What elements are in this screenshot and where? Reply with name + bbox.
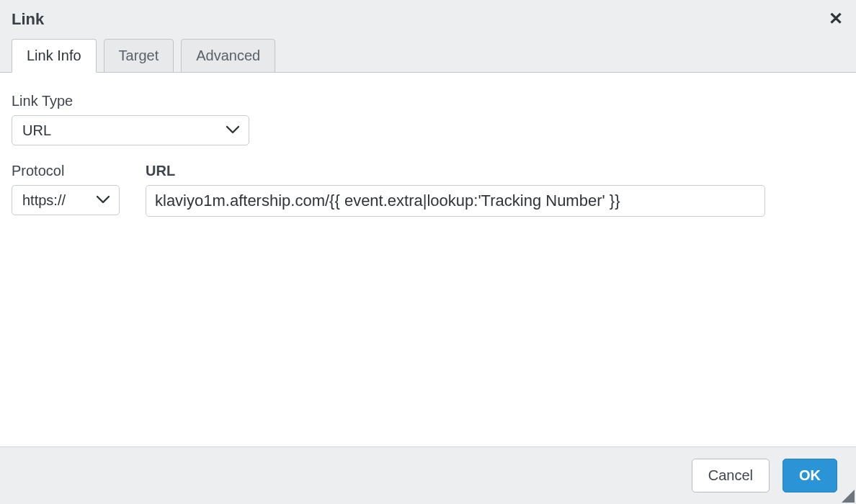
link-type-select[interactable]: URL — [12, 115, 249, 145]
link-type-field: Link Type URL — [12, 93, 249, 145]
tab-bar: Link Info Target Advanced — [12, 39, 844, 73]
tab-advanced[interactable]: Advanced — [181, 39, 275, 73]
protocol-label: Protocol — [12, 163, 120, 179]
dialog-footer: Cancel OK — [0, 446, 856, 504]
tab-link-info[interactable]: Link Info — [12, 39, 97, 73]
protocol-field: Protocol https:// — [12, 163, 120, 215]
link-type-label: Link Type — [12, 93, 249, 109]
url-field: URL — [146, 163, 765, 217]
dialog-title: Link — [12, 10, 844, 29]
dialog-body: Link Type URL Protocol https:// — [0, 73, 856, 446]
close-button[interactable]: ✕ — [829, 10, 843, 27]
tab-target[interactable]: Target — [104, 39, 174, 73]
protocol-url-row: Protocol https:// URL — [12, 163, 844, 217]
ok-button[interactable]: OK — [783, 459, 837, 492]
link-type-row: Link Type URL — [12, 93, 844, 145]
url-input[interactable] — [146, 185, 765, 217]
resize-handle[interactable] — [842, 490, 855, 503]
close-icon: ✕ — [829, 9, 843, 28]
link-type-select-wrap: URL — [12, 115, 249, 145]
protocol-select-wrap: https:// — [12, 185, 120, 215]
protocol-select[interactable]: https:// — [12, 185, 120, 215]
url-label: URL — [146, 163, 765, 179]
dialog-header: Link ✕ Link Info Target Advanced — [0, 0, 856, 73]
link-dialog: Link ✕ Link Info Target Advanced Link Ty… — [0, 0, 856, 504]
cancel-button[interactable]: Cancel — [692, 459, 770, 492]
